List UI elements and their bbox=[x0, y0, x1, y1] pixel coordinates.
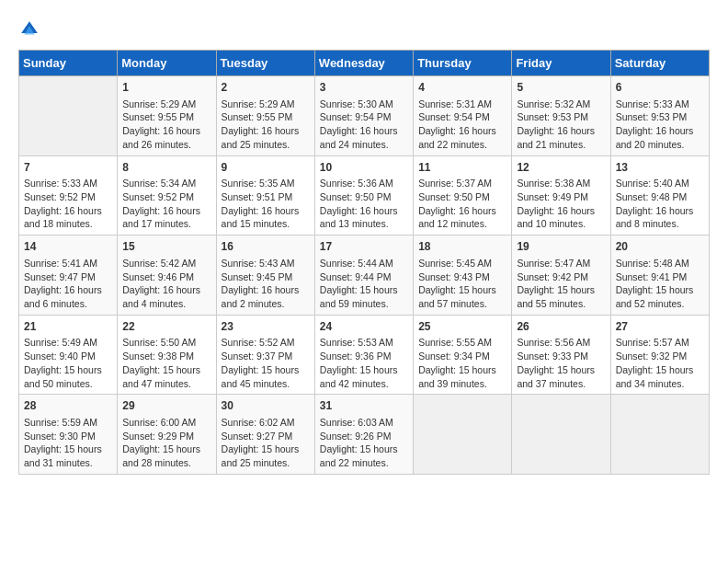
day-number: 18 bbox=[418, 239, 506, 255]
week-row-2: 7Sunrise: 5:33 AM Sunset: 9:52 PM Daylig… bbox=[19, 155, 710, 236]
day-cell: 22Sunrise: 5:50 AM Sunset: 9:38 PM Dayli… bbox=[118, 315, 216, 395]
day-info: Sunrise: 5:34 AM Sunset: 9:52 PM Dayligh… bbox=[122, 177, 210, 231]
day-cell: 27Sunrise: 5:57 AM Sunset: 9:32 PM Dayli… bbox=[610, 315, 709, 395]
logo-icon bbox=[18, 18, 40, 40]
day-number: 1 bbox=[122, 80, 210, 96]
day-info: Sunrise: 5:29 AM Sunset: 9:55 PM Dayligh… bbox=[222, 98, 310, 152]
day-cell bbox=[610, 395, 709, 475]
day-info: Sunrise: 5:40 AM Sunset: 9:48 PM Dayligh… bbox=[616, 177, 704, 231]
day-info: Sunrise: 5:30 AM Sunset: 9:54 PM Dayligh… bbox=[320, 98, 408, 152]
week-row-1: 1Sunrise: 5:29 AM Sunset: 9:55 PM Daylig… bbox=[19, 76, 710, 156]
day-cell: 9Sunrise: 5:35 AM Sunset: 9:51 PM Daylig… bbox=[216, 155, 314, 236]
day-number: 7 bbox=[24, 160, 112, 176]
day-cell: 6Sunrise: 5:33 AM Sunset: 9:53 PM Daylig… bbox=[610, 76, 709, 156]
day-cell: 18Sunrise: 5:45 AM Sunset: 9:43 PM Dayli… bbox=[414, 236, 512, 316]
day-info: Sunrise: 5:52 AM Sunset: 9:37 PM Dayligh… bbox=[222, 336, 310, 390]
day-info: Sunrise: 5:33 AM Sunset: 9:53 PM Dayligh… bbox=[616, 98, 704, 152]
day-cell: 8Sunrise: 5:34 AM Sunset: 9:52 PM Daylig… bbox=[118, 155, 216, 236]
day-info: Sunrise: 5:41 AM Sunset: 9:47 PM Dayligh… bbox=[24, 257, 112, 311]
day-info: Sunrise: 6:00 AM Sunset: 9:29 PM Dayligh… bbox=[122, 416, 210, 470]
day-cell: 28Sunrise: 5:59 AM Sunset: 9:30 PM Dayli… bbox=[19, 395, 118, 475]
day-cell bbox=[512, 395, 610, 475]
col-header-friday: Friday bbox=[512, 51, 610, 76]
day-cell: 24Sunrise: 5:53 AM Sunset: 9:36 PM Dayli… bbox=[314, 315, 413, 395]
day-number: 23 bbox=[222, 319, 310, 335]
day-cell bbox=[19, 76, 118, 156]
day-number: 15 bbox=[122, 239, 210, 255]
day-info: Sunrise: 5:55 AM Sunset: 9:34 PM Dayligh… bbox=[418, 336, 506, 390]
col-header-monday: Monday bbox=[118, 51, 216, 76]
day-number: 27 bbox=[616, 319, 704, 335]
day-number: 21 bbox=[24, 319, 112, 335]
day-number: 20 bbox=[616, 239, 704, 255]
day-cell: 2Sunrise: 5:29 AM Sunset: 9:55 PM Daylig… bbox=[216, 76, 314, 156]
day-info: Sunrise: 5:43 AM Sunset: 9:45 PM Dayligh… bbox=[222, 257, 310, 311]
day-cell: 7Sunrise: 5:33 AM Sunset: 9:52 PM Daylig… bbox=[19, 155, 118, 236]
day-number: 10 bbox=[320, 160, 408, 176]
day-number: 31 bbox=[320, 398, 408, 414]
day-number: 5 bbox=[517, 80, 605, 96]
day-cell: 1Sunrise: 5:29 AM Sunset: 9:55 PM Daylig… bbox=[118, 76, 216, 156]
day-cell: 14Sunrise: 5:41 AM Sunset: 9:47 PM Dayli… bbox=[19, 236, 118, 316]
day-cell: 26Sunrise: 5:56 AM Sunset: 9:33 PM Dayli… bbox=[512, 315, 610, 395]
day-cell bbox=[414, 395, 512, 475]
day-cell: 21Sunrise: 5:49 AM Sunset: 9:40 PM Dayli… bbox=[19, 315, 118, 395]
day-cell: 16Sunrise: 5:43 AM Sunset: 9:45 PM Dayli… bbox=[216, 236, 314, 316]
day-cell: 19Sunrise: 5:47 AM Sunset: 9:42 PM Dayli… bbox=[512, 236, 610, 316]
day-cell: 20Sunrise: 5:48 AM Sunset: 9:41 PM Dayli… bbox=[610, 236, 709, 316]
day-cell: 17Sunrise: 5:44 AM Sunset: 9:44 PM Dayli… bbox=[314, 236, 413, 316]
header-row: SundayMondayTuesdayWednesdayThursdayFrid… bbox=[19, 51, 710, 76]
day-info: Sunrise: 5:38 AM Sunset: 9:49 PM Dayligh… bbox=[517, 177, 605, 231]
day-number: 13 bbox=[616, 160, 704, 176]
day-cell: 11Sunrise: 5:37 AM Sunset: 9:50 PM Dayli… bbox=[414, 155, 512, 236]
day-number: 12 bbox=[517, 160, 605, 176]
day-number: 17 bbox=[320, 239, 408, 255]
day-number: 11 bbox=[418, 160, 506, 176]
col-header-wednesday: Wednesday bbox=[314, 51, 413, 76]
day-info: Sunrise: 5:42 AM Sunset: 9:46 PM Dayligh… bbox=[122, 257, 210, 311]
day-number: 8 bbox=[122, 160, 210, 176]
day-number: 9 bbox=[222, 160, 310, 176]
day-cell: 3Sunrise: 5:30 AM Sunset: 9:54 PM Daylig… bbox=[314, 76, 413, 156]
page-header bbox=[18, 18, 710, 40]
day-info: Sunrise: 5:32 AM Sunset: 9:53 PM Dayligh… bbox=[517, 98, 605, 152]
day-info: Sunrise: 5:49 AM Sunset: 9:40 PM Dayligh… bbox=[24, 336, 112, 390]
day-info: Sunrise: 5:57 AM Sunset: 9:32 PM Dayligh… bbox=[616, 336, 704, 390]
day-cell: 5Sunrise: 5:32 AM Sunset: 9:53 PM Daylig… bbox=[512, 76, 610, 156]
day-info: Sunrise: 5:56 AM Sunset: 9:33 PM Dayligh… bbox=[517, 336, 605, 390]
col-header-saturday: Saturday bbox=[610, 51, 709, 76]
day-number: 24 bbox=[320, 319, 408, 335]
day-info: Sunrise: 5:33 AM Sunset: 9:52 PM Dayligh… bbox=[24, 177, 112, 231]
day-cell: 13Sunrise: 5:40 AM Sunset: 9:48 PM Dayli… bbox=[610, 155, 709, 236]
col-header-sunday: Sunday bbox=[19, 51, 118, 76]
day-number: 22 bbox=[122, 319, 210, 335]
day-cell: 10Sunrise: 5:36 AM Sunset: 9:50 PM Dayli… bbox=[314, 155, 413, 236]
day-info: Sunrise: 5:45 AM Sunset: 9:43 PM Dayligh… bbox=[418, 257, 506, 311]
day-number: 19 bbox=[517, 239, 605, 255]
day-cell: 29Sunrise: 6:00 AM Sunset: 9:29 PM Dayli… bbox=[118, 395, 216, 475]
day-info: Sunrise: 5:44 AM Sunset: 9:44 PM Dayligh… bbox=[320, 257, 408, 311]
week-row-5: 28Sunrise: 5:59 AM Sunset: 9:30 PM Dayli… bbox=[19, 395, 710, 475]
day-info: Sunrise: 5:35 AM Sunset: 9:51 PM Dayligh… bbox=[222, 177, 310, 231]
logo bbox=[18, 18, 44, 40]
day-info: Sunrise: 6:02 AM Sunset: 9:27 PM Dayligh… bbox=[222, 416, 310, 470]
day-info: Sunrise: 5:50 AM Sunset: 9:38 PM Dayligh… bbox=[122, 336, 210, 390]
day-cell: 30Sunrise: 6:02 AM Sunset: 9:27 PM Dayli… bbox=[216, 395, 314, 475]
day-number: 2 bbox=[222, 80, 310, 96]
day-number: 16 bbox=[222, 239, 310, 255]
day-info: Sunrise: 5:59 AM Sunset: 9:30 PM Dayligh… bbox=[24, 416, 112, 470]
day-cell: 12Sunrise: 5:38 AM Sunset: 9:49 PM Dayli… bbox=[512, 155, 610, 236]
day-number: 30 bbox=[222, 398, 310, 414]
calendar-table: SundayMondayTuesdayWednesdayThursdayFrid… bbox=[18, 50, 710, 475]
day-info: Sunrise: 6:03 AM Sunset: 9:26 PM Dayligh… bbox=[320, 416, 408, 470]
col-header-thursday: Thursday bbox=[414, 51, 512, 76]
day-cell: 31Sunrise: 6:03 AM Sunset: 9:26 PM Dayli… bbox=[314, 395, 413, 475]
day-number: 14 bbox=[24, 239, 112, 255]
day-number: 26 bbox=[517, 319, 605, 335]
day-number: 3 bbox=[320, 80, 408, 96]
week-row-3: 14Sunrise: 5:41 AM Sunset: 9:47 PM Dayli… bbox=[19, 236, 710, 316]
day-number: 29 bbox=[122, 398, 210, 414]
day-cell: 4Sunrise: 5:31 AM Sunset: 9:54 PM Daylig… bbox=[414, 76, 512, 156]
day-cell: 23Sunrise: 5:52 AM Sunset: 9:37 PM Dayli… bbox=[216, 315, 314, 395]
day-info: Sunrise: 5:29 AM Sunset: 9:55 PM Dayligh… bbox=[122, 98, 210, 152]
